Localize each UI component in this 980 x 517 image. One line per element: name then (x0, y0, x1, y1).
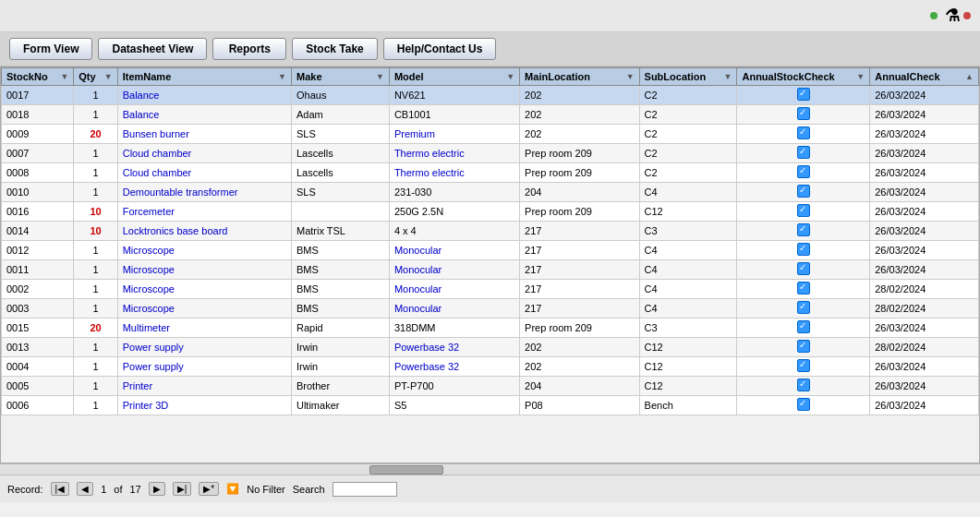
annualstockcheck-cell[interactable] (737, 241, 870, 260)
annualstockcheck-cell[interactable] (737, 125, 870, 144)
checkbox-checked-icon[interactable] (797, 301, 810, 314)
table-row[interactable]: 00081Cloud chamberLascellsThermo electri… (2, 163, 979, 183)
annualstockcheck-cell[interactable] (737, 163, 870, 183)
checkbox-checked-icon[interactable] (797, 262, 810, 275)
annualstockcheck-cell[interactable] (737, 377, 870, 396)
datasheet-view-button[interactable]: Datasheet View (98, 38, 207, 60)
annualstockcheck-cell[interactable] (737, 357, 870, 377)
itemname-col-header[interactable]: ItemName ▼ (117, 68, 291, 86)
make-cell: SLS (291, 183, 389, 202)
qty-cell: 1 (74, 357, 117, 377)
mainlocation-sort-icon: ▼ (626, 72, 635, 81)
table-row[interactable]: 00031MicroscopeBMSMonocular217C428/02/20… (2, 299, 979, 319)
logo-dot-green (930, 12, 938, 19)
table-row[interactable]: 00041Power supplyIrwinPowerbase 32202C12… (2, 357, 979, 377)
table-row[interactable]: 001610Forcemeter250G 2.5NPrep room 209C1… (2, 202, 979, 222)
nav-prev-button[interactable]: ◀ (77, 482, 93, 496)
annualstockcheck-cell[interactable] (737, 183, 870, 202)
qty-cell: 1 (74, 163, 117, 183)
itemname-cell: Microscope (117, 241, 291, 260)
checkbox-checked-icon[interactable] (797, 379, 810, 391)
make-col-header[interactable]: Make ▼ (291, 68, 389, 86)
stockno-cell: 0004 (2, 357, 74, 377)
record-label: Record: (7, 484, 43, 495)
table-row[interactable]: 000920Bunsen burnerSLSPremium202C226/03/… (2, 125, 979, 144)
sublocation-cell: C12 (639, 357, 737, 377)
annualstockcheck-cell[interactable] (737, 338, 870, 357)
annualstockcheck-cell[interactable] (737, 319, 870, 338)
make-cell: Matrix TSL (291, 222, 389, 241)
checkbox-checked-icon[interactable] (797, 398, 810, 411)
annualstockcheck-cell[interactable] (737, 260, 870, 280)
nav-new-button[interactable]: ▶* (199, 482, 219, 496)
stock-take-button[interactable]: Stock Take (292, 38, 377, 60)
table-row[interactable]: 001410Locktronics base boardMatrix TSL4 … (2, 222, 979, 241)
checkbox-checked-icon[interactable] (797, 185, 810, 198)
checkbox-checked-icon[interactable] (797, 126, 810, 139)
sublocation-cell: C2 (639, 105, 737, 125)
annualstockcheck-cell[interactable] (737, 222, 870, 241)
reports-button[interactable]: Reports (212, 38, 286, 60)
mainlocation-cell: 217 (520, 260, 639, 280)
checkbox-checked-icon[interactable] (797, 146, 810, 159)
checkbox-checked-icon[interactable] (797, 359, 810, 372)
annualstockcheck-cell[interactable] (737, 86, 870, 105)
itemname-cell: Forcemeter (117, 202, 291, 222)
qty-col-header[interactable]: Qty ▼ (74, 68, 117, 86)
qty-cell: 1 (74, 377, 117, 396)
model-col-header[interactable]: Model ▼ (389, 68, 519, 86)
annualstockcheck-cell[interactable] (737, 396, 870, 415)
annualstockcheck-cell[interactable] (737, 144, 870, 163)
sublocation-cell: C2 (639, 86, 737, 105)
sublocation-col-header[interactable]: SubLocation ▼ (639, 68, 737, 86)
title-bar: ⚗ (0, 0, 980, 32)
annualcheck-cell: 26/03/2024 (870, 319, 979, 338)
checkbox-checked-icon[interactable] (797, 243, 810, 256)
annualcheck-cell: 26/03/2024 (870, 86, 979, 105)
make-cell: Lascells (291, 163, 389, 183)
form-view-button[interactable]: Form View (9, 38, 92, 60)
checkbox-checked-icon[interactable] (797, 223, 810, 236)
checkbox-checked-icon[interactable] (797, 88, 810, 101)
mainlocation-col-header[interactable]: MainLocation ▼ (520, 68, 639, 86)
table-row[interactable]: 00111MicroscopeBMSMonocular217C426/03/20… (2, 260, 979, 280)
nav-next-button[interactable]: ▶ (149, 482, 165, 496)
horizontal-scrollbar[interactable] (0, 463, 980, 475)
table-row[interactable]: 00071Cloud chamberLascellsThermo electri… (2, 144, 979, 163)
make-cell: Brother (291, 377, 389, 396)
stockno-cell: 0002 (2, 280, 74, 299)
make-cell: BMS (291, 299, 389, 319)
annualstockcheck-col-header[interactable]: AnnualStockCheck ▼ (737, 68, 870, 86)
checkbox-checked-icon[interactable] (797, 282, 810, 295)
sublocation-cell: C3 (639, 319, 737, 338)
table-row[interactable]: 00101Demountable transformerSLS231-03020… (2, 183, 979, 202)
table-row[interactable]: 001520MultimeterRapid318DMMPrep room 209… (2, 319, 979, 338)
stockno-col-header[interactable]: StockNo ▼ (2, 68, 74, 86)
table-row[interactable]: 00051PrinterBrotherPT-P700204C1226/03/20… (2, 377, 979, 396)
table-row[interactable]: 00181BalanceAdamCB1001202C226/03/2024 (2, 105, 979, 125)
annualstockcheck-cell[interactable] (737, 202, 870, 222)
nav-last-button[interactable]: ▶| (173, 482, 192, 496)
search-input[interactable] (333, 482, 397, 497)
table-row[interactable]: 00061Printer 3DUltimakerS5P08Bench26/03/… (2, 396, 979, 415)
stockno-cell: 0011 (2, 260, 74, 280)
help-contact-button[interactable]: Help/Contact Us (383, 38, 497, 60)
nav-first-button[interactable]: |◀ (51, 482, 70, 496)
checkbox-checked-icon[interactable] (797, 165, 810, 178)
annualstockcheck-cell[interactable] (737, 299, 870, 319)
model-cell: Powerbase 32 (389, 357, 519, 377)
table-row[interactable]: 00021MicroscopeBMSMonocular217C428/02/20… (2, 280, 979, 299)
annualcheck-col-header[interactable]: AnnualCheck ▲ (870, 68, 979, 86)
table-row[interactable]: 00131Power supplyIrwinPowerbase 32202C12… (2, 338, 979, 357)
checkbox-checked-icon[interactable] (797, 320, 810, 333)
mainlocation-cell: Prep room 209 (520, 144, 639, 163)
toolbar: Form View Datasheet View Reports Stock T… (0, 32, 980, 66)
annualstockcheck-cell[interactable] (737, 280, 870, 299)
checkbox-checked-icon[interactable] (797, 204, 810, 217)
scroll-thumb[interactable] (369, 465, 443, 475)
checkbox-checked-icon[interactable] (797, 340, 810, 353)
checkbox-checked-icon[interactable] (797, 107, 810, 120)
annualstockcheck-cell[interactable] (737, 105, 870, 125)
table-row[interactable]: 00171BalanceOhausNV621202C226/03/2024 (2, 86, 979, 105)
table-row[interactable]: 00121MicroscopeBMSMonocular217C426/03/20… (2, 241, 979, 260)
